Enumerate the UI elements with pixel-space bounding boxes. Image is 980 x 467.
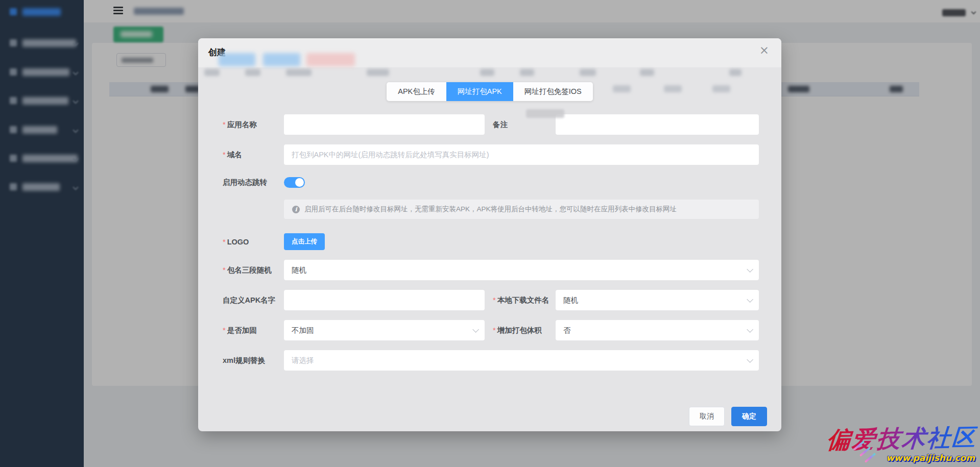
watermark-title: 偏爱技术社区 <box>826 422 978 456</box>
xml-rule-placeholder: 请选择 <box>292 356 314 365</box>
create-dialog: 创建 × APK包上传 网址打包APK 网址打包免签IOS *应用名称 备注 *… <box>198 38 781 431</box>
info-alert: i 启用后可在后台随时修改目标网址，无需重新安装APK，APK将使用后台中转地址… <box>284 200 759 219</box>
app-name-input[interactable] <box>284 114 485 135</box>
censor-blur <box>729 69 742 76</box>
tab-url-pack-apk[interactable]: 网址打包APK <box>446 82 513 101</box>
tab-apk-upload[interactable]: APK包上传 <box>387 82 446 101</box>
cancel-button[interactable]: 取消 <box>689 407 725 426</box>
field-label-app-name: *应用名称 <box>223 120 284 130</box>
hardening-value: 不加固 <box>292 326 314 335</box>
custom-apk-name-input[interactable] <box>284 290 485 310</box>
create-form: *应用名称 备注 *域名 启用动态跳转 i 启用后可在后台随时修改目标网址，无需… <box>223 114 759 371</box>
censor-blur <box>580 69 596 76</box>
field-label-hardening: *是否加固 <box>223 326 284 335</box>
package-size-value: 否 <box>563 326 571 335</box>
toggle-knob <box>295 178 304 187</box>
info-alert-text: 启用后可在后台随时修改目标网址，无需重新安装APK，APK将使用后台中转地址，您… <box>304 205 677 214</box>
chevron-down-icon <box>747 296 753 303</box>
censor-blur <box>286 69 312 76</box>
watermark: 偏爱技术社区 www.paijishu.com <box>827 423 977 464</box>
dynamic-redirect-toggle[interactable] <box>284 177 305 188</box>
upload-button[interactable]: 点击上传 <box>284 233 325 250</box>
xml-rule-select[interactable]: 请选择 <box>284 350 759 371</box>
censor-blur <box>712 85 730 92</box>
field-label-domain: *域名 <box>223 150 284 160</box>
censor-blur <box>245 69 260 76</box>
package-size-select[interactable]: 否 <box>556 320 759 340</box>
chevron-down-icon <box>747 326 753 333</box>
local-filename-value: 随机 <box>563 296 578 305</box>
domain-input[interactable] <box>284 144 759 165</box>
package-random-value: 随机 <box>292 265 306 275</box>
hardening-select[interactable]: 不加固 <box>284 320 485 340</box>
censor-blur <box>664 85 682 92</box>
censor-blur <box>204 69 220 76</box>
close-icon[interactable]: × <box>759 44 769 56</box>
confirm-button[interactable]: 确定 <box>731 407 767 426</box>
field-label-custom-apk-name: 自定义APK名字 <box>223 296 284 305</box>
field-label-xml-rule: xml规则替换 <box>223 356 284 365</box>
dialog-footer: 取消 确定 <box>198 402 781 431</box>
field-label-remark: 备注 <box>493 120 556 130</box>
tab-bar: APK包上传 网址打包APK 网址打包免签IOS <box>387 82 593 101</box>
chevron-down-icon <box>747 356 753 363</box>
censor-blur <box>263 53 300 66</box>
censor-blur <box>613 85 631 92</box>
field-label-package-random: *包名三段随机 <box>223 265 284 275</box>
censor-blur <box>640 69 654 76</box>
censor-blur <box>367 69 389 76</box>
field-label-package-size: *增加打包体积 <box>493 326 556 335</box>
censor-blur <box>526 109 564 118</box>
chevron-down-icon <box>472 326 479 333</box>
censor-blur <box>520 69 534 76</box>
field-label-local-filename: *本地下载文件名 <box>493 296 556 305</box>
remark-input[interactable] <box>556 114 759 135</box>
local-filename-select[interactable]: 随机 <box>556 290 759 310</box>
chevron-down-icon <box>747 266 753 273</box>
package-random-select[interactable]: 随机 <box>284 260 759 280</box>
censor-blur <box>306 53 355 66</box>
censor-blur <box>480 69 494 76</box>
field-label-dynamic-redirect: 启用动态跳转 <box>223 178 284 187</box>
info-icon: i <box>292 206 300 213</box>
censor-blur <box>219 53 255 66</box>
tab-url-pack-ios[interactable]: 网址打包免签IOS <box>513 82 593 101</box>
field-label-logo: *LOGO <box>223 238 284 246</box>
